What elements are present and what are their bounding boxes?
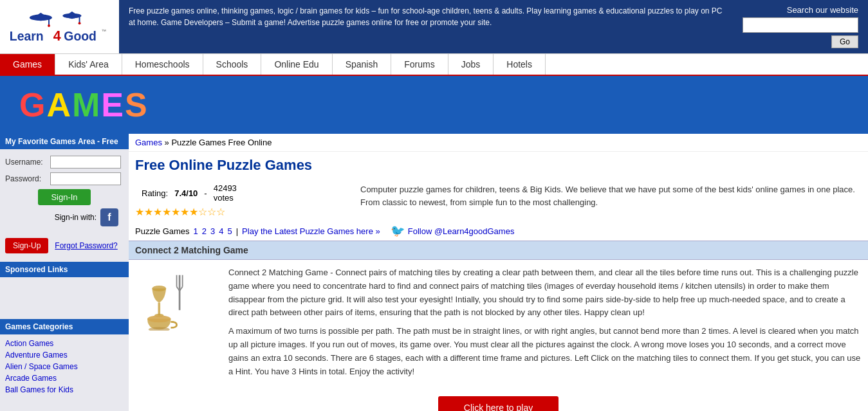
twitter-follow-link[interactable]: Follow @Learn4goodGames [408, 226, 515, 236]
puzzle-page-3[interactable]: 3 [210, 226, 215, 236]
play-latest-link[interactable]: Play the Latest Puzzle Games here » [242, 226, 380, 236]
nav-schools[interactable]: Schools [203, 54, 262, 75]
forgot-password-link[interactable]: Forgot Password? [55, 241, 117, 250]
puzzle-pages-label: Puzzle Games [135, 226, 190, 236]
game-section-header: Connect 2 Matching Game [129, 241, 868, 260]
breadcrumb-current: Puzzle Games Free Online [171, 138, 272, 147]
nav-kids-area[interactable]: Kids' Area [55, 54, 122, 75]
cat-arcade-games[interactable]: Arcade Games [5, 372, 124, 384]
nav-online-edu[interactable]: Online Edu [261, 54, 332, 75]
game-image [135, 266, 219, 383]
svg-text:Good: Good [64, 29, 97, 43]
password-input[interactable] [50, 172, 121, 185]
fav-games-header: My Favorite Games Area - Free [0, 134, 129, 149]
play-button-area: Click here to play [129, 390, 868, 411]
svg-text:™: ™ [102, 28, 107, 34]
games-banner: GAMES [0, 76, 868, 134]
twitter-icon: 🐦 [391, 224, 405, 238]
star-rating: ★★★★★★★☆☆☆ [135, 206, 245, 218]
puzzle-page-5[interactable]: 5 [227, 226, 232, 236]
tagline-area: Free puzzle games online, thinking games… [119, 0, 733, 53]
puzzle-page-4[interactable]: 4 [219, 226, 223, 236]
sponsored-links-header: Sponsored Links [0, 262, 129, 277]
cat-ball-games[interactable]: Ball Games for Kids [5, 384, 124, 396]
svg-text:4: 4 [53, 28, 61, 44]
games-title: GAMES [19, 86, 149, 124]
search-input[interactable] [743, 17, 858, 33]
content-area: Games » Puzzle Games Free Online Free On… [129, 134, 868, 411]
cat-alien-space-games[interactable]: Alien / Space Games [5, 361, 124, 372]
search-area: Search our website Go [733, 0, 868, 53]
sidebar: My Favorite Games Area - Free Username: … [0, 134, 129, 411]
breadcrumb-separator: » [165, 138, 169, 147]
tagline-text: Free puzzle games online, thinking games… [129, 6, 723, 27]
breadcrumb: Games » Puzzle Games Free Online [129, 134, 868, 152]
sponsored-content [0, 277, 129, 316]
signup-forgot-area: Sign-Up Forgot Password? [0, 233, 129, 259]
rating-value: 7.4/10 [174, 188, 198, 198]
nav-jobs[interactable]: Jobs [448, 54, 494, 75]
nav-spanish[interactable]: Spanish [333, 54, 392, 75]
categories-list: Action Games Adventure Games Alien / Spa… [0, 334, 129, 399]
puzzle-page-1[interactable]: 1 [194, 226, 198, 236]
username-input[interactable] [50, 156, 121, 169]
game-description: Connect 2 Matching Game - Connect pairs … [228, 266, 862, 383]
svg-point-20 [147, 315, 171, 322]
puzzle-page-2[interactable]: 2 [202, 226, 207, 236]
search-label: Search our website [787, 5, 858, 15]
signin-button[interactable]: Sign-In [38, 189, 90, 205]
page-description: Computer puzzle games for children, teen… [245, 180, 862, 218]
pages-separator: | [236, 226, 238, 236]
facebook-signin-button[interactable]: f [100, 208, 118, 226]
page-title: Free Online Puzzle Games [129, 152, 868, 177]
rating-area: Rating: 7.4/10 - 42493 votes [135, 180, 245, 206]
puzzle-pages-area: Puzzle Games 1 2 3 4 5 | Play the Latest… [129, 221, 868, 241]
rating-label: Rating: [142, 188, 168, 198]
username-label: Username: [5, 158, 50, 167]
signin-with-area: Sign-in with: f [5, 208, 124, 226]
signin-with-label: Sign-in with: [55, 213, 97, 222]
rating-dash: - [204, 188, 207, 198]
nav-hotels[interactable]: Hotels [494, 54, 546, 75]
svg-point-7 [78, 22, 81, 24]
breadcrumb-games-link[interactable]: Games [135, 138, 162, 147]
go-button[interactable]: Go [831, 35, 858, 48]
nav-forums[interactable]: Forums [391, 54, 448, 75]
signin-area: Username: Password: Sign-In Sign-in with… [0, 149, 129, 233]
svg-rect-13 [158, 302, 160, 315]
svg-point-3 [48, 24, 50, 27]
game-desc-p2: A maximum of two turns is possible per p… [228, 325, 862, 378]
twitter-area: 🐦 Follow @Learn4goodGames [391, 224, 515, 238]
game-content: Connect 2 Matching Game - Connect pairs … [129, 260, 868, 390]
cat-adventure-games[interactable]: Adventure Games [5, 349, 124, 361]
signup-button[interactable]: Sign-Up [5, 238, 48, 253]
svg-text:Learn: Learn [10, 29, 44, 43]
password-label: Password: [5, 174, 50, 183]
play-button[interactable]: Click here to play [438, 396, 559, 411]
game-desc-p1: Connect 2 Matching Game - Connect pairs … [228, 266, 862, 320]
nav-homeschools[interactable]: Homeschools [122, 54, 203, 75]
rating-votes: 42493 votes [214, 183, 238, 203]
cat-action-games[interactable]: Action Games [5, 338, 124, 349]
nav-bar: Games Kids' Area Homeschools Schools Onl… [0, 54, 868, 76]
logo-area: Learn 4 Good ™ [0, 0, 119, 53]
nav-games[interactable]: Games [0, 54, 55, 75]
categories-header: Games Categories [0, 319, 129, 334]
